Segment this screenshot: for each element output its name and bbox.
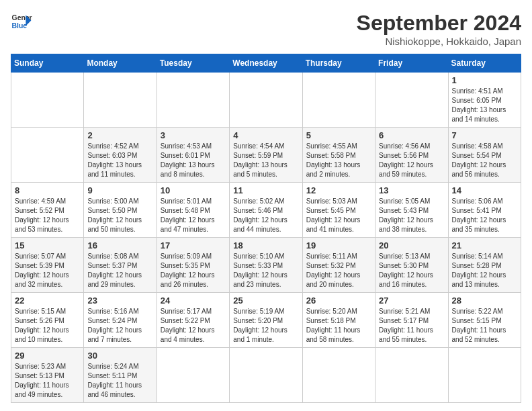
calendar-cell: 10 Sunrise: 5:01 AMSunset: 5:48 PMDaylig… xyxy=(157,183,229,238)
day-info: Sunrise: 5:08 AMSunset: 5:37 PMDaylight:… xyxy=(87,253,142,288)
day-number: 16 xyxy=(87,240,152,250)
logo-icon: General Blue xyxy=(11,11,32,32)
title-block: September 2024 Nishiokoppe, Hokkaido, Ja… xyxy=(357,11,521,47)
main-title: September 2024 xyxy=(357,11,521,36)
day-info: Sunrise: 4:59 AMSunset: 5:52 PMDaylight:… xyxy=(15,197,69,233)
day-info: Sunrise: 4:58 AMSunset: 5:54 PMDaylight:… xyxy=(452,142,506,178)
header-wednesday: Wednesday xyxy=(230,54,302,73)
day-number: 20 xyxy=(379,240,444,250)
calendar-cell: 6 Sunrise: 4:56 AMSunset: 5:56 PMDayligh… xyxy=(375,128,448,183)
day-info: Sunrise: 5:15 AMSunset: 5:26 PMDaylight:… xyxy=(15,308,69,343)
subtitle: Nishiokoppe, Hokkaido, Japan xyxy=(357,36,521,47)
day-info: Sunrise: 5:05 AMSunset: 5:43 PMDaylight:… xyxy=(379,197,433,233)
day-number: 7 xyxy=(452,130,517,140)
calendar-cell: 22 Sunrise: 5:15 AMSunset: 5:26 PMDaylig… xyxy=(11,293,84,348)
day-info: Sunrise: 5:01 AMSunset: 5:48 PMDaylight:… xyxy=(161,197,215,233)
day-number: 26 xyxy=(306,295,371,306)
day-number: 18 xyxy=(233,240,298,250)
day-number: 13 xyxy=(379,185,444,195)
day-number: 14 xyxy=(452,185,517,195)
calendar-cell xyxy=(230,348,302,403)
day-number: 27 xyxy=(379,295,444,306)
calendar-cell xyxy=(375,73,448,128)
day-info: Sunrise: 5:22 AMSunset: 5:15 PMDaylight:… xyxy=(452,308,506,343)
day-number: 9 xyxy=(87,185,152,195)
calendar-cell: 2 Sunrise: 4:52 AMSunset: 6:03 PMDayligh… xyxy=(84,128,157,183)
calendar-cell xyxy=(11,128,84,183)
header-row: Sunday Monday Tuesday Wednesday Thursday… xyxy=(11,54,521,73)
header-saturday: Saturday xyxy=(448,54,521,73)
day-info: Sunrise: 5:02 AMSunset: 5:46 PMDaylight:… xyxy=(233,197,287,233)
day-number: 23 xyxy=(87,295,152,306)
calendar-cell: 18 Sunrise: 5:10 AMSunset: 5:33 PMDaylig… xyxy=(230,238,302,293)
day-info: Sunrise: 5:09 AMSunset: 5:35 PMDaylight:… xyxy=(161,253,215,288)
calendar-cell xyxy=(11,73,84,128)
day-info: Sunrise: 5:10 AMSunset: 5:33 PMDaylight:… xyxy=(233,253,287,288)
calendar-cell: 5 Sunrise: 4:55 AMSunset: 5:58 PMDayligh… xyxy=(302,128,375,183)
day-info: Sunrise: 5:06 AMSunset: 5:41 PMDaylight:… xyxy=(452,197,506,233)
header-monday: Monday xyxy=(84,54,157,73)
day-number: 25 xyxy=(233,295,298,306)
calendar-table: Sunday Monday Tuesday Wednesday Thursday… xyxy=(11,54,521,403)
calendar-cell: 14 Sunrise: 5:06 AMSunset: 5:41 PMDaylig… xyxy=(448,183,521,238)
calendar-cell: 26 Sunrise: 5:20 AMSunset: 5:18 PMDaylig… xyxy=(302,293,375,348)
day-info: Sunrise: 5:11 AMSunset: 5:32 PMDaylight:… xyxy=(306,253,361,288)
day-number: 6 xyxy=(379,130,444,140)
calendar-cell: 25 Sunrise: 5:19 AMSunset: 5:20 PMDaylig… xyxy=(230,293,302,348)
calendar-cell: 11 Sunrise: 5:02 AMSunset: 5:46 PMDaylig… xyxy=(230,183,302,238)
day-number: 2 xyxy=(87,130,152,140)
calendar-week-0: 1 Sunrise: 4:51 AMSunset: 6:05 PMDayligh… xyxy=(11,73,521,128)
page-header: General Blue September 2024 Nishiokoppe,… xyxy=(11,11,521,47)
day-info: Sunrise: 4:55 AMSunset: 5:58 PMDaylight:… xyxy=(306,142,361,178)
day-info: Sunrise: 5:19 AMSunset: 5:20 PMDaylight:… xyxy=(233,308,287,343)
day-info: Sunrise: 5:21 AMSunset: 5:17 PMDaylight:… xyxy=(379,308,433,343)
calendar-week-3: 15 Sunrise: 5:07 AMSunset: 5:39 PMDaylig… xyxy=(11,238,521,293)
day-number: 10 xyxy=(161,185,226,195)
calendar-cell: 27 Sunrise: 5:21 AMSunset: 5:17 PMDaylig… xyxy=(375,293,448,348)
day-number: 29 xyxy=(15,351,80,361)
svg-text:Blue: Blue xyxy=(12,22,28,30)
day-info: Sunrise: 4:54 AMSunset: 5:59 PMDaylight:… xyxy=(233,142,287,178)
calendar-week-4: 22 Sunrise: 5:15 AMSunset: 5:26 PMDaylig… xyxy=(11,293,521,348)
header-sunday: Sunday xyxy=(11,54,84,73)
header-friday: Friday xyxy=(375,54,448,73)
calendar-cell xyxy=(375,348,448,403)
day-number: 12 xyxy=(306,185,371,195)
day-number: 17 xyxy=(161,240,226,250)
day-number: 21 xyxy=(452,240,517,250)
calendar-cell: 13 Sunrise: 5:05 AMSunset: 5:43 PMDaylig… xyxy=(375,183,448,238)
day-info: Sunrise: 5:13 AMSunset: 5:30 PMDaylight:… xyxy=(379,253,433,288)
header-tuesday: Tuesday xyxy=(157,54,229,73)
calendar-cell: 16 Sunrise: 5:08 AMSunset: 5:37 PMDaylig… xyxy=(84,238,157,293)
calendar-cell: 15 Sunrise: 5:07 AMSunset: 5:39 PMDaylig… xyxy=(11,238,84,293)
calendar-week-1: 2 Sunrise: 4:52 AMSunset: 6:03 PMDayligh… xyxy=(11,128,521,183)
calendar-cell: 12 Sunrise: 5:03 AMSunset: 5:45 PMDaylig… xyxy=(302,183,375,238)
calendar-cell xyxy=(157,348,229,403)
day-info: Sunrise: 4:56 AMSunset: 5:56 PMDaylight:… xyxy=(379,142,433,178)
calendar-cell: 19 Sunrise: 5:11 AMSunset: 5:32 PMDaylig… xyxy=(302,238,375,293)
day-info: Sunrise: 5:07 AMSunset: 5:39 PMDaylight:… xyxy=(15,253,69,288)
calendar-cell: 1 Sunrise: 4:51 AMSunset: 6:05 PMDayligh… xyxy=(448,73,521,128)
calendar-cell xyxy=(157,73,229,128)
day-number: 3 xyxy=(161,130,226,140)
calendar-cell: 3 Sunrise: 4:53 AMSunset: 6:01 PMDayligh… xyxy=(157,128,229,183)
day-info: Sunrise: 4:53 AMSunset: 6:01 PMDaylight:… xyxy=(161,142,215,178)
day-info: Sunrise: 5:00 AMSunset: 5:50 PMDaylight:… xyxy=(87,197,142,233)
day-number: 8 xyxy=(15,185,80,195)
day-info: Sunrise: 5:14 AMSunset: 5:28 PMDaylight:… xyxy=(452,253,506,288)
calendar-week-2: 8 Sunrise: 4:59 AMSunset: 5:52 PMDayligh… xyxy=(11,183,521,238)
day-number: 24 xyxy=(161,295,226,306)
calendar-cell: 7 Sunrise: 4:58 AMSunset: 5:54 PMDayligh… xyxy=(448,128,521,183)
day-info: Sunrise: 5:16 AMSunset: 5:24 PMDaylight:… xyxy=(87,308,142,343)
header-thursday: Thursday xyxy=(302,54,375,73)
calendar-cell xyxy=(448,348,521,403)
calendar-cell: 17 Sunrise: 5:09 AMSunset: 5:35 PMDaylig… xyxy=(157,238,229,293)
calendar-cell: 23 Sunrise: 5:16 AMSunset: 5:24 PMDaylig… xyxy=(84,293,157,348)
day-number: 4 xyxy=(233,130,298,140)
calendar-cell: 4 Sunrise: 4:54 AMSunset: 5:59 PMDayligh… xyxy=(230,128,302,183)
day-info: Sunrise: 5:17 AMSunset: 5:22 PMDaylight:… xyxy=(161,308,215,343)
calendar-cell xyxy=(302,348,375,403)
calendar-cell: 21 Sunrise: 5:14 AMSunset: 5:28 PMDaylig… xyxy=(448,238,521,293)
calendar-cell xyxy=(230,73,302,128)
calendar-week-5: 29 Sunrise: 5:23 AMSunset: 5:13 PMDaylig… xyxy=(11,348,521,403)
